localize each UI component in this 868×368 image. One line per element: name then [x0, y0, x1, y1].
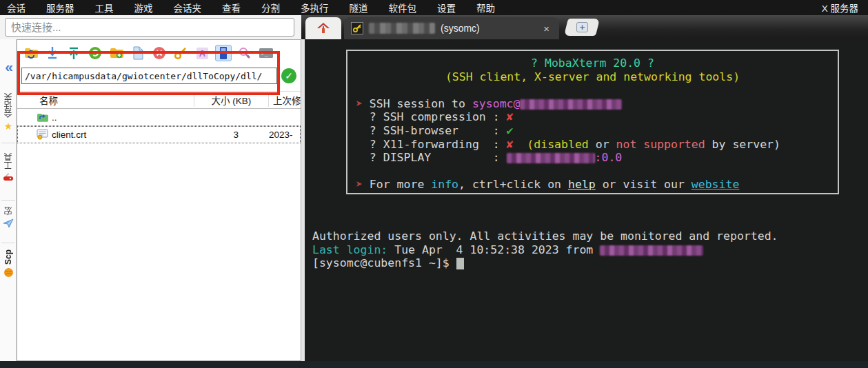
banner-subtitle: (SSH client, X-server and networking too… — [356, 70, 829, 84]
menu-games[interactable]: 游戏 — [134, 1, 153, 14]
column-size[interactable]: 大小 (KB) — [194, 93, 269, 107]
display-line: ? DISPLAY : :0.0 — [356, 151, 829, 165]
tab-close-icon[interactable]: × — [541, 23, 552, 34]
menu-session[interactable]: 会话 — [7, 1, 26, 14]
menu-settings[interactable]: 设置 — [437, 1, 456, 14]
arrow-icon: ➤ — [356, 178, 363, 191]
sidebar-tab-scp-label: Scp — [3, 249, 13, 265]
sidebar-divider — [1, 200, 15, 201]
menu-split[interactable]: 分割 — [261, 1, 280, 14]
globe-icon — [3, 267, 14, 278]
download-icon[interactable] — [44, 45, 61, 61]
mobaxterm-banner: ? MobaXterm 20.0 ? (SSH client, X-server… — [346, 50, 839, 194]
info-line: ➤ For more info, ctrl+click on help or v… — [356, 178, 829, 192]
ssh-compression-line: ? SSH compression : ✘ — [356, 110, 829, 124]
tab-ssh-session[interactable]: (sysomc) × — [344, 17, 559, 39]
sync-folder-icon[interactable] — [23, 45, 39, 61]
open-terminal-icon[interactable]: >_ — [258, 45, 274, 61]
file-row-parent-dir[interactable]: .. — [17, 109, 301, 126]
home-icon — [316, 22, 330, 34]
terminal-cursor — [456, 258, 464, 269]
quick-connect-input[interactable] — [5, 18, 294, 37]
window-bottom-border — [0, 361, 868, 368]
terminal-pane[interactable]: ? MobaXterm 20.0 ? (SSH client, X-server… — [301, 39, 868, 361]
sidebar-tab-tools[interactable]: 工具 — [0, 153, 17, 183]
menu-servers[interactable]: 服务器 — [46, 1, 74, 14]
quick-connect-area — [0, 15, 301, 39]
menu-bar: 会话 服务器 工具 游戏 会话夹 查看 分割 多执行 隧道 软件包 设置 帮助 … — [0, 0, 868, 15]
refresh-icon[interactable] — [87, 45, 103, 61]
menu-multiexec[interactable]: 多执行 — [301, 1, 329, 14]
file-size: 3 — [194, 130, 269, 140]
terminal-output: Authorized users only. All activities ma… — [312, 229, 778, 270]
menu-packages[interactable]: 软件包 — [389, 1, 417, 14]
menu-tunneling[interactable]: 隧道 — [350, 1, 368, 14]
sidebar-divider — [1, 143, 15, 143]
website-link[interactable]: website — [692, 178, 740, 191]
menu-sessions-folder[interactable]: 会话夹 — [174, 1, 202, 14]
ssh-browser-line: ? SSH-browser : ✔ — [356, 124, 829, 138]
certificate-icon — [37, 129, 49, 140]
collapse-sidebar-icon[interactable]: « — [0, 59, 17, 75]
mobaxterm-window: 会话 服务器 工具 游戏 会话夹 查看 分割 多执行 隧道 软件包 设置 帮助 … — [0, 0, 868, 368]
sidebar-tab-sessions[interactable]: 会话夹 ★ — [0, 93, 17, 132]
menu-help[interactable]: 帮助 — [476, 1, 495, 14]
arrow-icon: ➤ — [356, 97, 363, 110]
remote-path-input[interactable] — [21, 68, 277, 84]
upload-icon[interactable] — [65, 45, 82, 61]
sidebar-tab-macros-label: 宏 — [3, 207, 14, 215]
file-name: .. — [52, 112, 57, 123]
censored-host — [369, 23, 435, 34]
key-icon[interactable] — [172, 45, 189, 61]
path-row: ✓ — [17, 66, 301, 85]
session-line: ➤ SSH session to sysomc@ — [356, 97, 829, 111]
menu-x-server[interactable]: X 服务器 — [822, 1, 858, 14]
sftp-file-panel: A >_ — [17, 39, 301, 361]
file-date: 2023- — [269, 130, 301, 140]
prompt-line: [sysomc@cubenfs1 ~]$ — [312, 256, 778, 270]
censored-ip — [600, 245, 703, 256]
file-row-client-crt[interactable]: client.crt 3 2023- — [17, 126, 301, 143]
check-icon: ✔ — [507, 124, 514, 137]
sftp-toolbar: A >_ — [17, 40, 301, 66]
menu-view[interactable]: 查看 — [222, 1, 241, 14]
file-list-header: 名称 大小 (KB) 上次修改 — [17, 91, 301, 109]
key-icon — [351, 22, 363, 34]
sidebar-divider — [1, 243, 15, 243]
sidebar-tab-tools-label: 工具 — [3, 153, 14, 170]
column-name[interactable]: 名称 — [17, 93, 194, 107]
plus-icon: + — [576, 22, 588, 32]
tab-label: (sysomc) — [441, 23, 480, 34]
session-user: sysomc@ — [472, 97, 521, 110]
terminal-tab-bar: (sysomc) × + — [301, 15, 868, 39]
sidebar-tab-scp[interactable]: Scp — [0, 249, 17, 278]
new-folder-icon[interactable] — [108, 45, 125, 61]
delete-icon[interactable] — [151, 45, 168, 61]
file-name: client.crt — [52, 130, 86, 140]
cross-icon: ✘ — [507, 110, 514, 123]
auth-line: Authorized users only. All activities ma… — [312, 229, 778, 243]
tab-home[interactable] — [305, 17, 341, 39]
swiss-knife-icon — [3, 172, 14, 183]
sidebar-tab-sessions-label: 会话夹 — [3, 93, 14, 118]
menu-tools[interactable]: 工具 — [95, 1, 114, 14]
svg-text:>_: >_ — [261, 50, 268, 57]
sync-panel-icon[interactable] — [215, 45, 232, 61]
cross-icon: ✘ — [507, 138, 514, 151]
find-file-icon[interactable] — [236, 45, 253, 61]
censored-display — [507, 153, 595, 163]
new-file-icon[interactable] — [130, 45, 146, 61]
new-tab-button[interactable]: + — [564, 19, 600, 36]
x11-forwarding-line: ? X11-forwarding : ✘ (disabled or not su… — [356, 138, 829, 152]
go-path-button[interactable]: ✓ — [281, 68, 296, 83]
sidebar-tab-macros[interactable]: 宏 — [0, 207, 17, 229]
folder-up-icon — [37, 112, 49, 123]
svg-text:A: A — [199, 48, 205, 59]
censored-host — [520, 99, 622, 110]
paper-plane-icon — [3, 218, 14, 229]
last-login-line: Last login: Tue Apr 4 10:52:38 2023 from — [312, 243, 778, 257]
star-icon: ★ — [4, 121, 13, 132]
column-modified[interactable]: 上次修改 — [269, 93, 301, 107]
help-link[interactable]: help — [568, 178, 596, 191]
encoding-icon[interactable]: A — [194, 45, 210, 61]
